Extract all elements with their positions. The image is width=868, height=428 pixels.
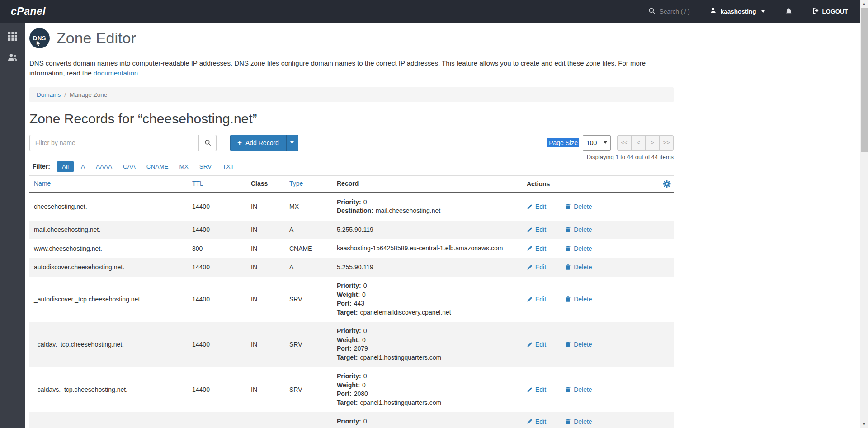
- scroll-up-arrow-icon[interactable]: ▲: [860, 0, 868, 8]
- record-value: 5.255.90.119: [332, 258, 522, 277]
- edit-link[interactable]: Edit: [527, 203, 546, 210]
- column-header-name[interactable]: Name: [29, 176, 188, 192]
- page-header: DNS Zone Editor: [29, 28, 674, 48]
- users-icon[interactable]: [8, 53, 18, 61]
- pencil-icon: [527, 245, 533, 251]
- navbar-search-placeholder: Search ( / ): [660, 8, 690, 15]
- edit-link[interactable]: Edit: [527, 263, 546, 271]
- record-type: MX: [285, 198, 332, 215]
- record-name: www.cheesehosting.net.: [29, 240, 188, 257]
- documentation-link[interactable]: documentation: [94, 69, 138, 77]
- filter-txt-button[interactable]: TXT: [218, 161, 238, 172]
- page-size-select[interactable]: 100: [583, 135, 611, 151]
- table-row: cheesehosting.net. 14400 IN MX Priority:…: [29, 193, 674, 221]
- breadcrumb-domains-link[interactable]: Domains: [37, 91, 61, 98]
- main-content: DNS Zone Editor DNS converts domain name…: [25, 23, 868, 428]
- record-field-label: Weight:: [337, 381, 360, 389]
- edit-link[interactable]: Edit: [527, 418, 546, 425]
- record-value: kaashosting-1564258589.eu-central-1.elb.…: [332, 239, 522, 258]
- record-name: _autodiscover._tcp.cheesehosting.net.: [29, 291, 188, 308]
- scrollbar-thumb[interactable]: [861, 8, 868, 152]
- edit-link[interactable]: Edit: [527, 296, 546, 303]
- filter-by-name-input[interactable]: [29, 135, 199, 151]
- scroll-down-arrow-icon[interactable]: ▼: [860, 420, 868, 428]
- record-ttl: 14400: [188, 259, 246, 276]
- edit-link[interactable]: Edit: [527, 245, 546, 252]
- record-type: SRV: [285, 381, 332, 398]
- filter-a-button[interactable]: A: [77, 161, 89, 172]
- filter-srv-button[interactable]: SRV: [195, 161, 216, 172]
- delete-link[interactable]: Delete: [565, 203, 592, 210]
- record-class: IN: [246, 240, 285, 257]
- edit-link[interactable]: Edit: [527, 226, 546, 233]
- trash-icon: [565, 386, 571, 393]
- table-row: mail.cheesehosting.net. 14400 IN A 5.255…: [29, 221, 674, 240]
- delete-link[interactable]: Delete: [565, 386, 592, 393]
- column-header-ttl[interactable]: TTL: [188, 176, 246, 192]
- record-field-value: 0: [363, 418, 367, 425]
- filter-all-button[interactable]: All: [57, 161, 74, 172]
- record-ttl: [188, 417, 246, 427]
- record-type: A: [285, 221, 332, 238]
- delete-link[interactable]: Delete: [565, 341, 592, 348]
- record-value: 5.255.90.119: [332, 221, 522, 240]
- plus-icon: +: [237, 139, 242, 146]
- trash-icon: [565, 419, 571, 425]
- record-name: _caldavs._tcp.cheesehosting.net.: [29, 381, 188, 398]
- record-field-value: cpanelemaildiscovery.cpanel.net: [360, 309, 451, 316]
- search-icon: [648, 7, 656, 16]
- notifications-button[interactable]: [785, 8, 793, 15]
- table-header: Name TTL Class Type Record Actions: [29, 175, 674, 193]
- edit-link[interactable]: Edit: [527, 341, 546, 348]
- last-page-button[interactable]: >>: [659, 135, 674, 151]
- delete-link[interactable]: Delete: [565, 226, 592, 233]
- vertical-scrollbar[interactable]: ▲ ▼: [860, 0, 868, 428]
- gear-icon[interactable]: [663, 180, 671, 188]
- top-navbar: cPanel Search ( / ) kaashosting LOGOUT: [0, 0, 868, 23]
- record-type: SRV: [285, 336, 332, 353]
- filter-cname-button[interactable]: CNAME: [142, 161, 173, 172]
- pencil-icon: [527, 227, 533, 233]
- record-field-value: 0: [363, 372, 367, 380]
- search-icon: [204, 139, 211, 146]
- edit-link[interactable]: Edit: [527, 386, 546, 393]
- record-field-value: 2080: [354, 390, 368, 397]
- filter-search-button[interactable]: [198, 135, 217, 151]
- pencil-icon: [527, 264, 533, 270]
- record-class: [246, 417, 285, 427]
- record-field-value: 0: [362, 291, 366, 298]
- logout-icon: [812, 7, 819, 15]
- filter-mx-button[interactable]: MX: [175, 161, 192, 172]
- record-field-value: 443: [354, 300, 364, 307]
- logout-button[interactable]: LOGOUT: [812, 7, 848, 15]
- record-field-label: Priority:: [337, 327, 361, 334]
- navbar-search[interactable]: Search ( / ): [648, 7, 690, 16]
- delete-link[interactable]: Delete: [565, 296, 592, 303]
- next-page-button[interactable]: >: [645, 135, 660, 151]
- displaying-count: Displaying 1 to 44 out of 44 items: [29, 154, 674, 160]
- add-record-dropdown-button[interactable]: [286, 135, 298, 151]
- user-menu[interactable]: kaashosting: [710, 7, 765, 15]
- page-title: Zone Editor: [57, 29, 136, 47]
- table-row: autodiscover.cheesehosting.net. 14400 IN…: [29, 258, 674, 277]
- filter-aaaa-button[interactable]: AAAA: [92, 161, 116, 172]
- column-header-type[interactable]: Type: [285, 176, 332, 192]
- filter-caa-button[interactable]: CAA: [119, 161, 140, 172]
- apps-grid-icon[interactable]: [8, 32, 17, 41]
- record-field-value: 5.255.90.119: [337, 226, 373, 233]
- table-row: _autodiscover._tcp.cheesehosting.net. 14…: [29, 277, 674, 322]
- record-name: mail.cheesehosting.net.: [29, 221, 188, 238]
- cursor-icon: [35, 40, 42, 49]
- record-type: CNAME: [285, 240, 332, 257]
- delete-link[interactable]: Delete: [565, 245, 592, 252]
- previous-page-button[interactable]: <: [631, 135, 646, 151]
- record-value: Priority:0 Weight:0 Port:2080 Target:cpa…: [332, 367, 522, 412]
- delete-link[interactable]: Delete: [565, 263, 592, 271]
- add-record-label: Add Record: [245, 139, 279, 146]
- add-record-button[interactable]: + Add Record: [230, 135, 286, 151]
- column-header-record: Record: [332, 176, 522, 192]
- first-page-button[interactable]: <<: [617, 135, 632, 151]
- record-field-value: 0: [362, 381, 366, 389]
- record-type: A: [285, 259, 332, 276]
- delete-link[interactable]: Delete: [565, 418, 592, 425]
